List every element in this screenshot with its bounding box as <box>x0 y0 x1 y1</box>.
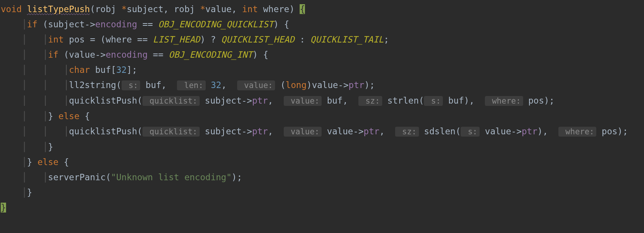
expr: (subject-> <box>38 19 95 29</box>
param-hint-s: s: <box>461 127 480 137</box>
field-ptr: ptr <box>364 126 380 136</box>
call-quicklistpush: quicklistPush( <box>69 96 142 105</box>
call-strlen: strlen( <box>382 96 424 105</box>
brace: } <box>48 142 53 152</box>
arg: value-> <box>480 126 522 136</box>
arg: buf), <box>443 96 485 105</box>
arg: pos); <box>523 96 555 105</box>
keyword-int: int <box>242 4 258 14</box>
param-hint-len: len: <box>177 80 205 90</box>
field-ptr: ptr <box>349 80 364 90</box>
number-32: 32 <box>211 80 221 90</box>
param-hint-s: s: <box>424 96 443 106</box>
keyword-int: int <box>48 35 64 44</box>
keyword-else: else <box>38 157 58 167</box>
expr: buf[ <box>90 65 116 75</box>
param: subject <box>127 4 163 14</box>
field-encoding: encoding <box>106 50 148 60</box>
keyword-long: long <box>286 80 306 90</box>
brace: { <box>80 111 90 121</box>
arg: subject-> <box>200 96 252 105</box>
param-hint-quicklist: quicklist: <box>142 127 200 137</box>
expr: ) { <box>253 50 269 60</box>
function-name: listTypePush <box>27 4 90 14</box>
field-encoding: encoding <box>95 19 137 29</box>
cast: )value-> <box>306 80 349 90</box>
arg: buf, <box>322 96 358 105</box>
expr: ) ? <box>200 35 221 44</box>
expr: ) { <box>274 19 289 29</box>
comma: , <box>268 126 284 136</box>
call-quicklistpush: quicklistPush( <box>69 126 142 136</box>
param-hint-value: value: <box>237 80 275 90</box>
call-ll2string: ll2string( <box>69 80 121 90</box>
expr: (value-> <box>58 50 106 60</box>
param: where) <box>258 4 300 14</box>
expr: : <box>294 35 310 44</box>
call-sdslen: sdslen( <box>419 126 461 136</box>
param: value <box>205 4 231 14</box>
arg: buf, <box>140 80 177 90</box>
keyword-if: if <box>48 50 59 60</box>
call-serverpanic: serverPanic( <box>48 172 111 182</box>
comma: , <box>221 80 237 90</box>
code-editor[interactable]: void listTypePush(robj *subject, robj *v… <box>0 0 644 215</box>
arg: value-> <box>322 126 364 136</box>
semi: ; <box>384 35 389 44</box>
brace: { <box>58 157 69 167</box>
param-hint-s: s: <box>122 80 141 90</box>
const-obj-encoding-int: OBJ_ENCODING_INT <box>169 50 253 60</box>
comma: , <box>268 96 284 105</box>
const-quicklist-tail: QUICKLIST_TAIL <box>310 35 384 44</box>
param-hint-value: value: <box>284 96 322 106</box>
op: == <box>148 50 169 60</box>
keyword-else: else <box>58 111 79 121</box>
cursor-brace: } <box>1 203 6 213</box>
param-hint-value: value: <box>284 127 322 137</box>
expr: ]; <box>127 65 137 75</box>
const-list-head: LIST_HEAD <box>153 35 200 44</box>
arg: pos); <box>596 126 628 136</box>
expr: pos = (where == <box>64 35 153 44</box>
param-hint-quicklist: quicklist: <box>142 96 200 106</box>
keyword-if: if <box>27 19 38 29</box>
string-literal: "Unknown list encoding" <box>111 172 232 182</box>
field-ptr: ptr <box>522 126 538 136</box>
const-quicklist-head: QUICKLIST_HEAD <box>221 35 295 44</box>
number-32: 32 <box>116 65 127 75</box>
sig-part: (robj <box>90 4 121 14</box>
op: == <box>137 19 158 29</box>
star: * <box>122 4 127 14</box>
keyword-void: void <box>1 4 22 14</box>
sig-part: , <box>231 4 242 14</box>
const-obj-encoding-quicklist: OBJ_ENCODING_QUICKLIST <box>158 19 274 29</box>
cast: ( <box>275 80 286 90</box>
brace: } <box>48 111 53 121</box>
sig-part: , robj <box>163 4 200 14</box>
param-hint-sz: sz: <box>395 127 419 137</box>
brace: } <box>27 187 32 197</box>
param-hint-where: where: <box>558 127 597 137</box>
arg: ), <box>538 126 558 136</box>
param-hint-where: where: <box>485 96 523 106</box>
call-close: ); <box>231 172 242 182</box>
keyword-char: char <box>69 65 90 75</box>
arg: subject-> <box>200 126 252 136</box>
star: * <box>200 4 205 14</box>
cursor-brace: { <box>300 4 305 14</box>
param-hint-sz: sz: <box>358 96 382 106</box>
comma: , <box>379 126 395 136</box>
field-ptr: ptr <box>252 96 268 105</box>
brace: } <box>27 157 32 167</box>
field-ptr: ptr <box>252 126 268 136</box>
call-close: ); <box>364 80 375 90</box>
